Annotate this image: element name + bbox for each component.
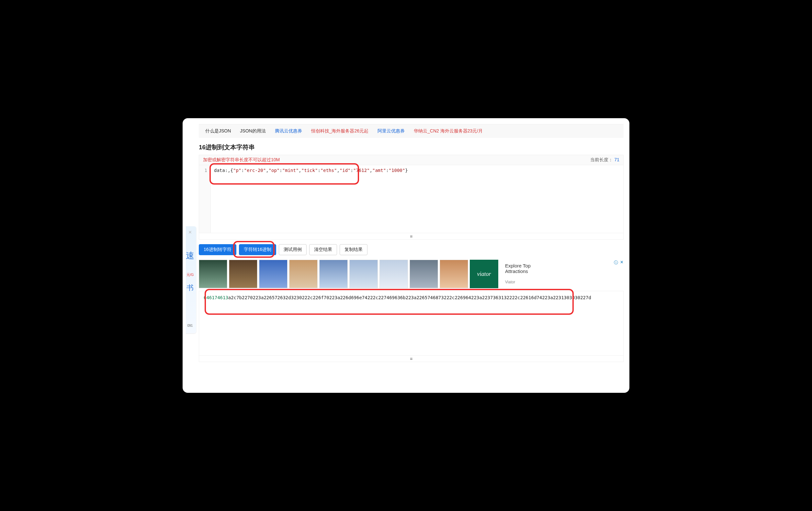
ad-headline-1: Explore Top bbox=[505, 263, 618, 268]
top-navbar: 什么是JSON JSON的用法 腾讯云优惠券 恒创科技_海外服务器26元起 阿里… bbox=[199, 124, 624, 138]
nav-aliyun-coupon[interactable]: 阿里云优惠券 bbox=[378, 128, 405, 134]
length-warning: 加密或解密字符串长度不可以超过10M bbox=[203, 157, 280, 163]
editor-code-area[interactable]: data:,{"p":"erc-20","op":"mint","tick":"… bbox=[211, 165, 623, 233]
output-hex: a2c7b2270223a226572632d3230222c226f70223… bbox=[228, 295, 591, 300]
side-book-badge: 书 bbox=[186, 283, 194, 293]
annotation-box-input bbox=[209, 163, 359, 184]
nav-huanayun-server[interactable]: 华纳云_CN2 海外云服务器23元/月 bbox=[414, 128, 483, 134]
ad-headline-2: Attractions bbox=[505, 268, 618, 274]
side-close-icon[interactable]: × bbox=[188, 229, 192, 236]
output-prefix: 646174613 bbox=[204, 295, 228, 300]
side-num-text: 091 bbox=[187, 324, 193, 328]
page-title: 16进制到文本字符串 bbox=[199, 143, 624, 151]
copy-result-button[interactable]: 复制结果 bbox=[340, 244, 368, 255]
notice-bar: 加密或解密字符串长度不可以超过10M 当前长度：71 bbox=[199, 155, 624, 165]
nav-tencent-coupon[interactable]: 腾讯云优惠券 bbox=[275, 128, 302, 134]
input-editor[interactable]: 1 data:,{"p":"erc-20","op":"mint","tick"… bbox=[199, 165, 624, 233]
nav-json-usage[interactable]: JSON的用法 bbox=[240, 128, 265, 134]
ad-thumb-5[interactable] bbox=[319, 260, 348, 288]
output-resize-handle[interactable]: ≡ bbox=[199, 356, 624, 362]
clear-result-button[interactable]: 清空结果 bbox=[309, 244, 337, 255]
ad-brand-tile[interactable]: viator bbox=[470, 260, 498, 288]
ad-thumb-9[interactable] bbox=[440, 260, 468, 288]
editor-line-1: data:,{"p":"erc-20","op":"mint","tick":"… bbox=[214, 168, 620, 173]
ad-text-block[interactable]: ⓘ ✕ Explore Top Attractions Viator bbox=[500, 260, 624, 288]
ad-close-icon[interactable]: ✕ bbox=[620, 260, 624, 265]
char-to-hex-button[interactable]: 字符转16进制 bbox=[239, 244, 277, 255]
side-price-text: 元/G bbox=[186, 272, 194, 277]
editor-resize-handle[interactable]: ≡ bbox=[199, 233, 624, 239]
ad-thumb-1[interactable] bbox=[199, 260, 227, 288]
app-window: × 速 元/G 书 091 什么是JSON JSON的用法 腾讯云优惠券 恒创科… bbox=[183, 118, 629, 393]
test-case-button[interactable]: 测试用例 bbox=[279, 244, 307, 255]
length-value: 71 bbox=[614, 157, 619, 162]
hamburger-icon: ≡ bbox=[410, 234, 412, 239]
action-button-row: 16进制转字符 字符转16进制 测试用例 清空结果 复制结果 bbox=[199, 244, 624, 255]
output-area[interactable]: 646174613a2c7b2270223a226572632d3230222c… bbox=[199, 291, 624, 356]
nav-what-is-json[interactable]: 什么是JSON bbox=[205, 128, 231, 134]
side-float-panel: × 速 元/G 书 091 bbox=[186, 226, 196, 333]
ad-thumb-4[interactable] bbox=[289, 260, 318, 288]
line-number: 1 bbox=[205, 168, 207, 173]
ad-thumb-6[interactable] bbox=[349, 260, 378, 288]
ad-advertiser: Viator bbox=[505, 280, 618, 284]
length-label: 当前长度： bbox=[590, 157, 613, 162]
editor-gutter: 1 bbox=[199, 165, 211, 233]
ad-thumb-8[interactable] bbox=[410, 260, 438, 288]
hamburger-icon: ≡ bbox=[410, 357, 412, 361]
output-wrap: 646174613a2c7b2270223a226572632d3230222c… bbox=[199, 291, 624, 356]
ad-thumb-3[interactable] bbox=[259, 260, 288, 288]
hex-to-char-button[interactable]: 16进制转字符 bbox=[199, 244, 236, 255]
main-content: 什么是JSON JSON的用法 腾讯云优惠券 恒创科技_海外服务器26元起 阿里… bbox=[199, 124, 624, 387]
app-inner: × 速 元/G 书 091 什么是JSON JSON的用法 腾讯云优惠券 恒创科… bbox=[186, 124, 624, 387]
side-speed-badge: 速 bbox=[186, 250, 194, 261]
ad-info-icon[interactable]: ⓘ bbox=[614, 260, 618, 265]
ad-strip[interactable]: viator ⓘ ✕ Explore Top Attractions Viato… bbox=[199, 260, 624, 288]
ad-thumb-2[interactable] bbox=[229, 260, 257, 288]
nav-hengchuang-server[interactable]: 恒创科技_海外服务器26元起 bbox=[311, 128, 369, 134]
ad-thumb-7[interactable] bbox=[379, 260, 408, 288]
